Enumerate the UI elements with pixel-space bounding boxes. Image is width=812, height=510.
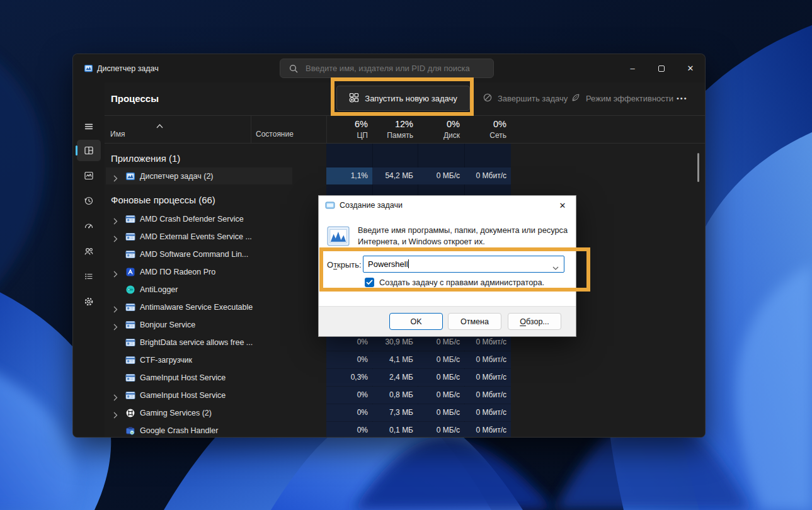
maximize-icon — [658, 65, 665, 72]
expand-chevron-icon[interactable] — [113, 304, 118, 315]
run-new-task-button[interactable]: Запустить новую задачу — [336, 86, 470, 111]
sidebar-item-processes[interactable] — [77, 140, 101, 161]
expand-chevron-icon[interactable] — [113, 234, 118, 245]
combobox-chevron-down-icon[interactable] — [552, 263, 559, 272]
sidebar-item-performance[interactable] — [77, 165, 101, 186]
google-crash-icon — [125, 426, 135, 436]
network-cell: 0 Мбит/с — [464, 369, 511, 386]
cancel-button[interactable]: Отмена — [448, 313, 501, 330]
network-cell: 0 Мбит/с — [464, 422, 511, 437]
memory-cell: 7,3 МБ — [372, 404, 418, 421]
expand-chevron-icon[interactable] — [113, 322, 118, 333]
end-task-button[interactable]: Завершить задачу — [483, 82, 568, 114]
process-name: GameInput Host Service — [140, 391, 226, 400]
process-name: Gaming Services (2) — [140, 409, 212, 417]
sidebar-item-app-history[interactable] — [77, 190, 101, 212]
memory-cell: 0,8 МБ — [372, 387, 418, 404]
cpu-cell: 0,3% — [326, 369, 372, 386]
disk-cell: 0 МБ/с — [418, 422, 464, 437]
services-icon — [84, 297, 94, 307]
process-name: AMD ПО Radeon Pro — [140, 268, 215, 276]
process-group-header[interactable]: Приложения (1) — [105, 149, 705, 167]
column-header-cpu[interactable]: 6% ЦП — [326, 118, 372, 141]
process-name: AMD External Events Service ... — [140, 232, 252, 241]
details-icon — [84, 271, 94, 281]
expand-chevron-icon[interactable] — [113, 410, 118, 421]
app-window-icon — [125, 232, 135, 242]
app-window-icon — [125, 302, 135, 312]
open-field-label: Открыть: — [327, 260, 362, 269]
process-row[interactable]: GameInput Host Service0,3%2,4 МБ0 МБ/с0 … — [105, 369, 705, 387]
sidebar-item-startup-apps[interactable] — [77, 215, 101, 237]
checkmark-icon — [366, 278, 373, 287]
expand-chevron-icon[interactable] — [113, 269, 118, 280]
expand-chevron-icon[interactable] — [113, 173, 118, 184]
toolbar: Процессы Запустить новую задачу Завершит… — [105, 82, 705, 114]
column-header-disk[interactable]: 0% Диск — [418, 118, 464, 141]
group-label: Фоновые процессы (66) — [111, 195, 215, 205]
column-header-status[interactable]: Состояние — [256, 130, 294, 139]
efficiency-mode-button[interactable]: Режим эффективности — [571, 82, 673, 114]
admin-rights-checkbox[interactable] — [365, 278, 374, 287]
desktop: Диспетчер задач – ✕ — [0, 0, 812, 510]
sort-ascending-icon — [156, 120, 163, 131]
end-task-icon — [483, 93, 493, 105]
maximize-button[interactable] — [647, 54, 676, 82]
more-options-button[interactable]: ••• — [677, 82, 688, 114]
sidebar-item-users[interactable] — [77, 241, 101, 262]
process-row[interactable]: Google Crash Handler0%0,1 МБ0 МБ/с0 Мбит… — [105, 422, 705, 437]
process-name: GameInput Host Service — [140, 373, 226, 382]
app-window-icon — [125, 373, 135, 383]
dialog-window-icon — [325, 200, 335, 210]
process-row[interactable]: GameInput Host Service0%0,8 МБ0 МБ/с0 Мб… — [105, 387, 705, 404]
search-input[interactable] — [306, 59, 489, 77]
open-combobox[interactable]: Powershell — [363, 256, 564, 273]
expand-chevron-icon[interactable] — [113, 216, 118, 227]
app-window-icon — [125, 390, 135, 400]
dialog-close-button[interactable]: ✕ — [549, 196, 576, 215]
task-manager-app-icon — [83, 64, 94, 73]
column-header-network[interactable]: 0% Сеть — [464, 118, 511, 141]
app-window-icon — [125, 320, 135, 330]
efficiency-mode-label: Режим эффективности — [586, 94, 673, 103]
sidebar — [73, 82, 105, 437]
minimize-button[interactable]: – — [618, 54, 647, 82]
process-name: Google Crash Handler — [140, 426, 218, 435]
app-history-icon — [84, 196, 94, 206]
disk-cell: 0 МБ/с — [418, 387, 464, 404]
performance-icon — [84, 171, 94, 181]
process-name: AntiLogger — [140, 285, 178, 294]
sidebar-item-services[interactable] — [77, 291, 101, 312]
cpu-cell: 0% — [326, 387, 372, 404]
group-label: Приложения (1) — [111, 153, 180, 164]
menu-toggle-button[interactable] — [77, 116, 101, 137]
app-window-icon — [125, 249, 135, 259]
run-new-task-label: Запустить новую задачу — [365, 94, 457, 103]
app-window-icon — [125, 355, 135, 365]
dialog-footer: OK Отмена Обзор... — [319, 306, 576, 336]
cpu-cell: 0% — [326, 404, 372, 421]
process-name: AMD Software Command Lin... — [140, 250, 248, 259]
disk-cell: 0 МБ/с — [418, 167, 464, 184]
browse-button[interactable]: Обзор... — [508, 313, 561, 330]
column-header-memory[interactable]: 12% Память — [372, 118, 418, 141]
cpu-cell: 1,1% — [326, 167, 372, 184]
process-row[interactable]: CTF-загрузчик0%4,1 МБ0 МБ/с0 Мбит/с — [105, 351, 705, 369]
expand-chevron-icon[interactable] — [113, 392, 118, 404]
total-usage-value: 6% — [326, 118, 368, 130]
ok-button[interactable]: OK — [389, 313, 443, 330]
column-header-name[interactable]: Имя — [110, 130, 125, 139]
metric-label: ЦП — [326, 130, 368, 141]
process-row[interactable]: Диспетчер задач (2)1,1%54,2 МБ0 МБ/с0 Мб… — [105, 167, 705, 185]
title-bar: Диспетчер задач – ✕ — [73, 54, 705, 82]
total-usage-value: 0% — [464, 118, 506, 130]
search-box[interactable] — [280, 59, 494, 78]
hamburger-icon — [84, 122, 94, 132]
processes-icon — [84, 145, 94, 156]
open-input-value[interactable]: Powershell — [368, 259, 409, 269]
network-cell: 0 Мбит/с — [464, 351, 511, 368]
close-button[interactable]: ✕ — [676, 54, 705, 82]
process-row[interactable]: Gaming Services (2)0%7,3 МБ0 МБ/с0 Мбит/… — [105, 404, 705, 422]
sidebar-item-details[interactable] — [77, 266, 101, 287]
vertical-scrollbar[interactable] — [697, 153, 699, 182]
